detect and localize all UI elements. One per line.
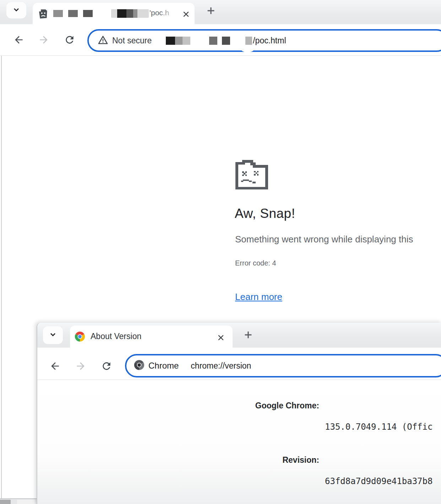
security-label: Not secure bbox=[112, 36, 152, 45]
forward-arrow-icon bbox=[75, 360, 86, 373]
forward-button[interactable] bbox=[38, 34, 50, 46]
tab-about-version[interactable]: About Version bbox=[70, 326, 233, 348]
forward-arrow-icon bbox=[38, 34, 49, 47]
tab-search-button[interactable] bbox=[6, 2, 26, 18]
chrome-logo-icon bbox=[75, 332, 85, 342]
reload-button[interactable] bbox=[64, 34, 76, 46]
tab-close-button[interactable] bbox=[181, 10, 191, 20]
tab-poc[interactable]: 'poc.h bbox=[33, 3, 195, 24]
close-icon bbox=[217, 334, 225, 343]
screen: 'poc.h bbox=[0, 0, 441, 504]
redacted-block bbox=[68, 10, 78, 17]
redacted-block bbox=[166, 37, 175, 45]
redacted-block bbox=[83, 10, 93, 17]
url-text: /poc.html bbox=[253, 36, 286, 45]
error-code: Error code: 4 bbox=[235, 259, 276, 267]
chevron-down-icon bbox=[48, 330, 58, 341]
window-bottom-frame-shadow bbox=[0, 500, 11, 504]
redacted-block bbox=[133, 9, 137, 18]
back-arrow-icon bbox=[13, 34, 24, 47]
site-label: Chrome bbox=[148, 361, 179, 371]
new-tab-button[interactable] bbox=[205, 5, 217, 18]
new-tab-button[interactable] bbox=[242, 329, 255, 342]
redacted-block bbox=[183, 37, 190, 45]
version-label: Google Chrome: bbox=[37, 400, 319, 454]
error-title: Aw, Snap! bbox=[235, 206, 295, 221]
toolbar-divider bbox=[0, 55, 441, 56]
version-value: 135.0.7049.114 (Offic bbox=[325, 400, 441, 454]
back-arrow-icon bbox=[49, 360, 61, 373]
crashed-page-favicon bbox=[38, 9, 48, 19]
version-page: Google Chrome: 135.0.7049.114 (Offic Rev… bbox=[37, 380, 441, 504]
learn-more-link[interactable]: Learn more bbox=[235, 291, 282, 302]
window-bottom-frame-highlight bbox=[17, 500, 35, 504]
reload-icon bbox=[101, 360, 112, 373]
window-left-edge bbox=[1, 56, 2, 504]
tab-search-button[interactable] bbox=[43, 326, 63, 344]
version-row: Revision: 63fd8a7d9d09e41ba37b8 refs/bra… bbox=[37, 455, 441, 504]
reload-button[interactable] bbox=[100, 360, 113, 372]
version-row: Google Chrome: 135.0.7049.114 (Offic bbox=[37, 400, 441, 454]
omnibox-notch bbox=[241, 48, 254, 52]
version-label: Revision: bbox=[37, 455, 319, 504]
redacted-block bbox=[222, 37, 230, 45]
version-value: 63fd8a7d9d09e41ba37b8 refs/branch-heads/… bbox=[325, 455, 441, 504]
redacted-block bbox=[53, 10, 63, 17]
redacted-block bbox=[117, 9, 126, 18]
plus-icon bbox=[206, 5, 216, 17]
close-icon bbox=[182, 10, 190, 20]
address-bar[interactable]: Not secure /poc.html bbox=[87, 29, 441, 52]
url-text: chrome://version bbox=[191, 361, 251, 371]
plus-icon bbox=[243, 329, 254, 342]
forward-button[interactable] bbox=[75, 360, 87, 372]
warning-triangle-icon bbox=[97, 34, 109, 47]
tab-strip: 'poc.h bbox=[0, 0, 441, 24]
tab-title-fade bbox=[160, 6, 182, 22]
tab-title: About Version bbox=[91, 332, 141, 341]
version-table: Google Chrome: 135.0.7049.114 (Offic Rev… bbox=[37, 400, 441, 504]
tab-close-button[interactable] bbox=[216, 334, 225, 343]
back-button[interactable] bbox=[49, 360, 61, 372]
tab-strip: About Version bbox=[37, 323, 441, 348]
back-button[interactable] bbox=[13, 34, 25, 46]
chrome-window-bottom: About Version bbox=[37, 323, 441, 504]
address-bar[interactable]: Chrome chrome://version bbox=[125, 354, 441, 377]
redacted-block bbox=[209, 37, 217, 45]
redacted-block bbox=[126, 9, 133, 18]
chevron-down-icon bbox=[12, 5, 21, 16]
chrome-logo-gray-icon bbox=[134, 360, 144, 371]
error-message: Something went wrong while displaying th… bbox=[235, 234, 413, 245]
sad-folder-icon bbox=[235, 160, 268, 189]
redacted-block bbox=[245, 37, 252, 45]
redacted-block bbox=[175, 37, 183, 45]
reload-icon bbox=[64, 34, 75, 47]
